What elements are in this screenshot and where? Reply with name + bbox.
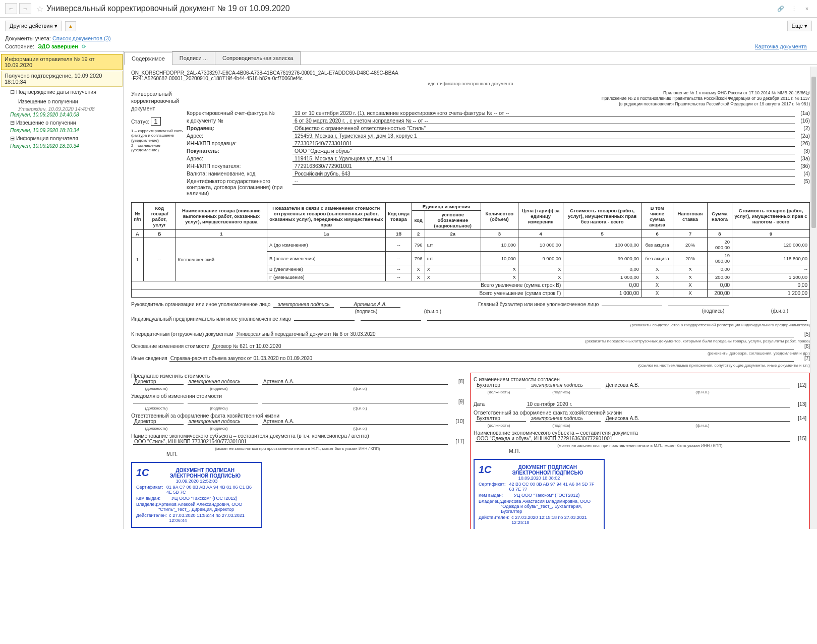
icon-button[interactable]: ▲ — [65, 21, 77, 31]
field-label: к документу № — [187, 118, 293, 124]
sender-block: Предлагаю изменить стоимость Директорэле… — [131, 373, 464, 529]
law-ref-2: Приложение № 2 к постановлению Правитель… — [187, 96, 810, 101]
doc-id-caption: идентификатор электронного документа — [131, 81, 810, 86]
state-row: Состояние: ЭДО завершен ⟳ Карточка докум… — [0, 42, 817, 51]
date-value: 10 сентября 2020 г. — [526, 401, 790, 407]
edo-status: ЭДО завершен — [38, 43, 78, 49]
field-num: (2) — [795, 125, 810, 131]
leader-label: Руководитель организации или иное уполно… — [131, 302, 270, 307]
field-label: Адрес: — [187, 133, 293, 139]
accountant-label: Главный бухгалтер или иное уполномоченно… — [478, 302, 599, 307]
ip-label: Индивидуальный предприниматель или иное … — [131, 316, 291, 322]
field-num: (1а) — [795, 110, 810, 116]
law-ref-3: (в редакции постановления Правительства … — [187, 101, 810, 107]
state-label: Состояние: — [5, 43, 34, 49]
link-icon[interactable]: 🔗 — [776, 4, 786, 14]
field-num: (3) — [795, 148, 810, 154]
accountant-sig — [602, 306, 662, 306]
field-label: Продавец: — [187, 125, 293, 131]
items-table: № п/пКод товара/ работ, услугНаименовани… — [131, 202, 810, 298]
status-label: Статус: — [131, 119, 149, 125]
field-value: 7733021540/773301001 — [293, 140, 795, 147]
menu-icon[interactable]: ⋮ — [789, 4, 799, 14]
law-ref-1: Приложение № 1 к письму ФНС России от 17… — [187, 90, 810, 96]
nav-forward-button[interactable]: → — [19, 3, 31, 14]
field-label: Адрес: — [187, 155, 293, 161]
favorite-icon[interactable]: ☆ — [36, 4, 43, 14]
resp-label-r: Ответственный за оформление факта хозяйс… — [474, 409, 806, 416]
ip-sig — [294, 320, 355, 321]
sidebar-item[interactable]: ⊟ Информация получателя — [1, 134, 123, 143]
signature-stamp-2: 1C ДОКУМЕНТ ПОДПИСАНЭЛЕКТРОННОЙ ПОДПИСЬЮ… — [474, 459, 605, 529]
org-value: ООО "Стиль", ИНН/КПП 7733021540/77330100… — [133, 439, 448, 445]
status-input[interactable] — [151, 117, 161, 126]
ref1-value: Универсальный передаточный документ № 6 … — [236, 331, 794, 337]
propose-label: Предлагаю изменить стоимость — [131, 373, 464, 379]
doc-card-link[interactable]: Карточка документа — [755, 43, 807, 49]
docs-link[interactable]: Список документов (3) — [52, 35, 111, 41]
sidebar-status: Утвержден, 10.09.2020 14:40:08 — [1, 106, 123, 112]
ip-reg — [427, 320, 807, 321]
titlebar: ← → ☆ Универсальный корректировочный док… — [0, 0, 817, 18]
sidebar-item[interactable]: ⊟ Подтверждение даты получения — [1, 87, 123, 96]
close-icon[interactable]: × — [802, 4, 812, 14]
resp-label: Ответственный за оформление факта хозяйс… — [131, 413, 464, 419]
ref2-value: Договор № 621 от 10.03.2020 — [211, 343, 794, 349]
table-total-row: Всего уменьшение (сумма строк Г)1 000,00… — [132, 289, 810, 298]
org-label-r: Наименование экономического субъекта – с… — [474, 430, 806, 436]
tab[interactable]: Подписи ... — [172, 51, 215, 65]
sidebar-item[interactable]: ⊟ Извещение о получении — [1, 118, 123, 127]
field-num: (4) — [795, 170, 810, 177]
window-title: Универсальный корректировочный документ … — [46, 4, 773, 13]
sidebar-status: Получен, 10.09.2020 14:40:08 — [1, 112, 123, 118]
field-value: -- — [293, 178, 795, 185]
signature-stamp-1: 1C ДОКУМЕНТ ПОДПИСАНЭЛЕКТРОННОЙ ПОДПИСЬЮ… — [131, 462, 262, 528]
content-area: СодержимоеПодписи ...Сопроводительная за… — [124, 51, 817, 529]
ref3-value: Справка-расчет объема закупок от 01.03.2… — [169, 356, 794, 362]
doc-id-line1: ON_KORSCHFDOPPR_2AL-A7303297-E6CA-4B06-A… — [131, 70, 810, 76]
field-value: 119415, Москва г, Удальцова ул, дом 14 — [293, 155, 795, 162]
docs-label: Документы учета: — [5, 35, 51, 41]
ip-caption: (реквизиты свидетельства о государственн… — [131, 323, 810, 327]
ref3-label: Иные сведения — [131, 356, 167, 361]
field-value: ООО "Одежда и обувь" — [293, 148, 795, 154]
doc-id-line2: -F241A5260682-00001_20200910_c188719f-4b… — [131, 76, 810, 81]
refresh-icon[interactable]: ⟳ — [82, 43, 86, 49]
sidebar-status: Получен, 10.09.2020 18:10:34 — [1, 128, 123, 133]
status-footnote: 1 – корректировочный счет-фактура и согл… — [131, 129, 187, 153]
table-row: 1--Костюм женскийА (до изменения)--796шт… — [132, 238, 810, 252]
document-body: ON_KORSCHFDOPPR_2AL-A7303297-E6CA-4B06-A… — [124, 65, 817, 529]
org-value-r: ООО "Одежда и обувь", ИНН/КПП 7729163630… — [476, 436, 790, 442]
field-num: (2б) — [795, 140, 810, 146]
scrollbar-thumb[interactable] — [811, 77, 816, 228]
other-actions-button[interactable]: Другие действия ▾ — [5, 21, 62, 31]
ref1-label: К передаточным (отгрузочным) документам — [131, 331, 234, 337]
sidebar-item-selected[interactable]: Информация отправителя № 19 от 10.09.202… — [1, 54, 123, 70]
table-total-row: Всего увеличение (сумма строк В)0,00XX0,… — [132, 281, 810, 289]
scrollbar[interactable] — [810, 67, 817, 529]
tab[interactable]: Сопроводительная записка — [215, 51, 301, 65]
mp-label: М.П. — [166, 451, 464, 457]
more-button[interactable]: Еще ▾ — [787, 21, 812, 31]
field-label: Идентификатор государственного контракта… — [187, 178, 293, 196]
sidebar-status: Получен, 10.09.2020 18:10:34 — [1, 143, 123, 149]
docs-row: Документы учета: Список документов (3) — [0, 34, 817, 42]
field-value: 125459, Москва г, Туристская ул, дом 13,… — [293, 133, 795, 139]
notify-label: Уведомляю об изменении стоимости — [131, 393, 464, 399]
mp-label-r: М.П. — [509, 448, 806, 454]
field-num: (3а) — [795, 155, 810, 161]
field-label: ИНН/КПП покупателя: — [187, 163, 293, 169]
sidebar: Информация отправителя № 19 от 10.09.202… — [0, 51, 124, 529]
sidebar-item[interactable]: Извещение о получении — [1, 97, 123, 106]
sidebar-item-confirm[interactable]: Получено подтверждение, 10.09.2020 18:10… — [1, 71, 123, 87]
agree-label: С изменением стоимости согласен — [474, 376, 806, 382]
toolbar: Другие действия ▾ ▲ Еще ▾ — [0, 18, 817, 34]
field-value: 19 от 10 сентября 2020 г. (1), исправлен… — [293, 110, 795, 116]
field-label: Покупатель: — [187, 148, 293, 154]
field-label: Корректировочный счет-фактура № — [187, 110, 293, 116]
nav-back-button[interactable]: ← — [5, 3, 17, 14]
tab[interactable]: Содержимое — [124, 52, 172, 65]
field-label: ИНН/КПП продавца: — [187, 140, 293, 146]
field-label: Валюта: наименование, код — [187, 170, 293, 177]
field-value: 6 от 30 марта 2020 г. , с учетом исправл… — [293, 118, 795, 124]
